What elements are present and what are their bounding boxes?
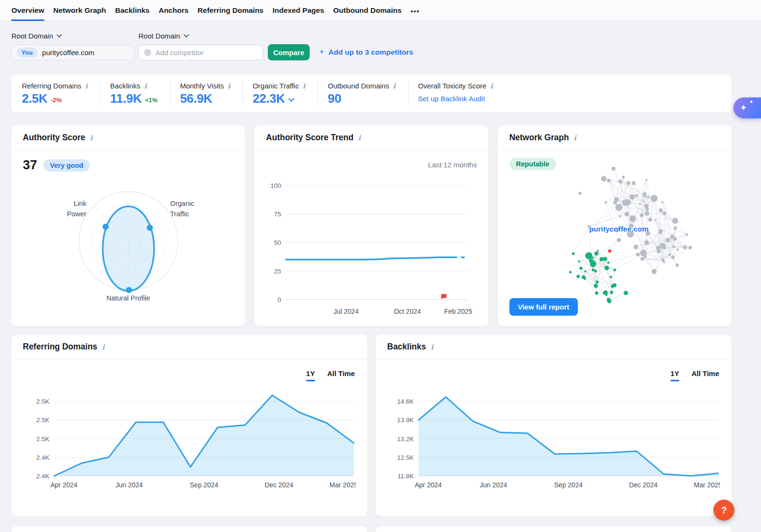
info-icon[interactable]: i (490, 82, 493, 90)
trend-range-label: Last 12 months (428, 161, 477, 169)
svg-text:75: 75 (274, 211, 281, 218)
metric-monthly-visits: Monthly Visitsi 56.9K (170, 80, 243, 107)
svg-text:Mar 2025: Mar 2025 (330, 481, 356, 489)
info-icon[interactable]: i (393, 82, 396, 90)
info-icon[interactable]: i (85, 82, 88, 90)
svg-text:Feb 2025: Feb 2025 (444, 308, 472, 315)
info-icon[interactable]: i (358, 134, 361, 142)
metric-organic-traffic: Organic Traffici 22.3K (243, 80, 318, 107)
info-icon[interactable]: i (228, 82, 231, 90)
view-full-report-button[interactable]: View full report (509, 298, 578, 316)
setup-backlink-audit-link[interactable]: Set up Backlink Audit (418, 95, 485, 103)
svg-text:2.4K: 2.4K (36, 454, 49, 461)
comparison-controls: Root Domain Root Domain You puritycoffee… (11, 32, 732, 60)
metric-label: Referring Domains (22, 82, 81, 90)
tab-outbound-domains[interactable]: Outbound Domains (333, 0, 402, 21)
svg-text:Apr 2024: Apr 2024 (50, 481, 78, 489)
tab-backlinks[interactable]: Backlinks (115, 0, 149, 21)
info-icon[interactable]: i (431, 343, 434, 351)
backlinks-chart-card: Backlinks i 1Y All Time 14.6K13.9K13.2K1… (376, 335, 732, 516)
backlinks-area-chart: 14.6K13.9K13.2K12.5K11.8KApr 2024Jun 202… (387, 394, 720, 491)
metrics-summary-bar: Referring Domainsi 2.5K -2% Backlinksi 1… (11, 75, 732, 113)
more-tabs-icon[interactable]: ••• (410, 0, 420, 21)
svg-text:50: 50 (274, 239, 281, 246)
metric-value: 11.9K (110, 91, 142, 106)
authority-score-card: Authority Score i 37 Very good (11, 126, 245, 326)
referring-domains-area-chart: 2.5K2.5K2.5K2.4K2.4KApr 2024Jun 2024Sep … (23, 394, 356, 491)
svg-text:11.8K: 11.8K (398, 473, 414, 480)
metric-backlinks: Backlinksi 11.9K <1% (100, 80, 170, 107)
card-title: Authority Score (23, 133, 85, 143)
svg-text:12.5K: 12.5K (397, 454, 414, 461)
svg-text:2.4K: 2.4K (36, 473, 49, 480)
referring-domains-chart-card: Referring Domains i 1Y All Time 2.5K2.5K… (11, 335, 367, 516)
svg-text:Dec 2024: Dec 2024 (629, 481, 658, 489)
radar-point-link-power (102, 224, 108, 230)
authority-trend-chart: 1007550250Jul 2024Oct 2024Feb 2025 (266, 179, 477, 318)
organic-traffic-dropdown[interactable]: 22.3K (253, 91, 305, 106)
tab-overview[interactable]: Overview (11, 0, 44, 21)
info-icon[interactable]: i (144, 82, 147, 90)
toggle-all-time[interactable]: All Time (327, 369, 355, 381)
svg-text:2.5K: 2.5K (36, 416, 49, 424)
next-card-partial (376, 526, 732, 532)
score-rating-badge: Very good (43, 159, 90, 172)
svg-text:13.2K: 13.2K (397, 435, 414, 443)
chevron-down-icon (288, 98, 294, 102)
svg-text:Jul 2024: Jul 2024 (334, 308, 359, 315)
domain-value: puritycoffee.com (42, 48, 95, 57)
tab-anchors[interactable]: Anchors (158, 0, 188, 21)
add-competitors-label: Add up to 3 competitors (329, 48, 413, 57)
metric-label: Overall Toxicity Score (418, 82, 487, 90)
toggle-all-time[interactable]: All Time (692, 369, 719, 381)
ai-assistant-button[interactable]: ✦ ✦ (733, 97, 761, 118)
sparkle-icon: ✦ (740, 102, 747, 113)
root-domain-selector[interactable]: Root Domain (11, 32, 138, 40)
tab-network-graph[interactable]: Network Graph (53, 0, 106, 21)
tab-referring-domains[interactable]: Referring Domains (197, 0, 263, 21)
metric-label: Outbound Domains (328, 82, 389, 90)
root-domain-selector-competitor[interactable]: Root Domain (138, 32, 265, 40)
add-competitor-input[interactable] (156, 48, 257, 57)
metric-label: Backlinks (110, 82, 140, 90)
svg-text:100: 100 (271, 182, 282, 189)
metric-value: 22.3K (253, 91, 285, 106)
metric-value: 90 (328, 91, 341, 106)
svg-text:Sep 2024: Sep 2024 (190, 481, 218, 489)
network-graph-card: Network Graph i Reputable puritycoffee.c… (498, 126, 732, 326)
you-domain-input[interactable]: You puritycoffee.com (11, 45, 134, 60)
metric-delta: <1% (145, 97, 157, 104)
help-button[interactable]: ? (713, 500, 734, 521)
radar-axis-link-power: Link Power (55, 199, 87, 220)
authority-score-trend-card: Authority Score Trend i Last 12 months 1… (254, 126, 488, 326)
report-tabs-bar: Overview Network Graph Backlinks Anchors… (0, 0, 761, 21)
info-icon[interactable]: i (574, 134, 576, 142)
tab-indexed-pages[interactable]: Indexed Pages (273, 0, 324, 21)
card-title: Authority Score Trend (266, 133, 353, 143)
svg-text:Sep 2024: Sep 2024 (554, 481, 583, 489)
card-title: Backlinks (387, 342, 426, 352)
svg-text:Apr 2024: Apr 2024 (415, 481, 442, 489)
svg-text:25: 25 (274, 268, 281, 275)
add-competitors-link[interactable]: + Add up to 3 competitors (319, 48, 413, 57)
svg-text:Jun 2024: Jun 2024 (116, 481, 143, 489)
toggle-1y[interactable]: 1Y (671, 369, 679, 381)
metric-label: Monthly Visits (180, 82, 224, 90)
toggle-1y[interactable]: 1Y (306, 369, 315, 381)
info-icon[interactable]: i (102, 343, 105, 351)
sparkle-icon: ✦ (749, 99, 753, 105)
network-center-domain-label: puritycoffee.com (589, 225, 649, 233)
svg-text:2.5K: 2.5K (36, 398, 49, 405)
metric-toxicity-score: Overall Toxicity Scorei Set up Backlink … (408, 80, 505, 107)
add-competitor-input-wrap[interactable] (138, 45, 263, 60)
metric-outbound-domains: Outbound Domainsi 90 (318, 80, 408, 107)
plus-icon: + (319, 47, 324, 57)
chevron-down-icon (57, 34, 62, 38)
svg-text:Oct 2024: Oct 2024 (394, 308, 421, 315)
card-title: Referring Domains (23, 342, 98, 352)
metric-value: 56.9K (180, 91, 212, 106)
root-domain-label: Root Domain (138, 32, 180, 40)
info-icon[interactable]: i (302, 82, 305, 90)
info-icon[interactable]: i (90, 134, 93, 142)
compare-button[interactable]: Compare (268, 44, 310, 60)
